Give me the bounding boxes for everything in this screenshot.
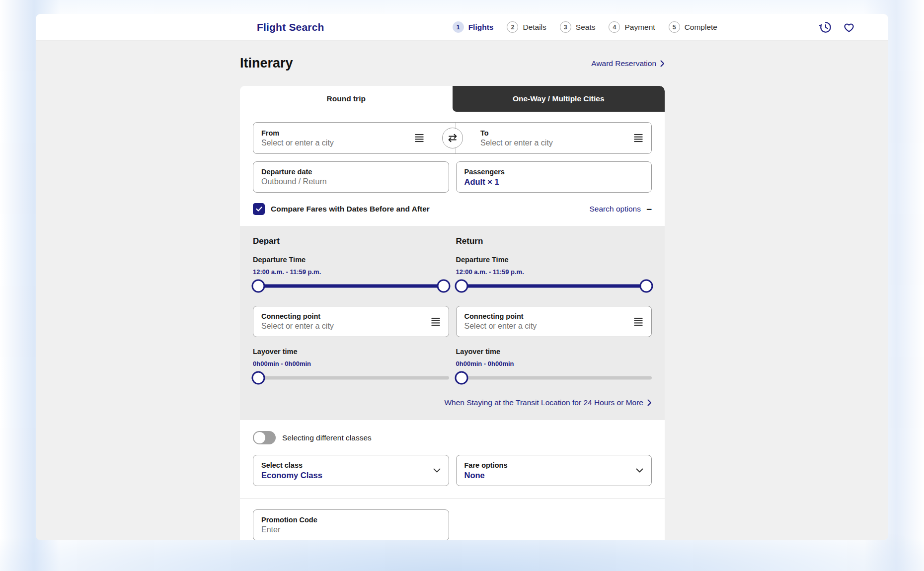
- slider-track[interactable]: [253, 376, 449, 380]
- list-icon: [633, 317, 643, 326]
- step-seats: 3 Seats: [560, 21, 596, 33]
- departure-time-range: 12:00 a.m. - 11:59 p.m.: [253, 268, 449, 276]
- connecting-point-label: Connecting point: [261, 312, 426, 320]
- to-field[interactable]: To Select or enter a city: [456, 123, 651, 153]
- step-number-badge: 5: [669, 21, 680, 33]
- tab-one-way-label: One-Way / Multiple Cities: [513, 94, 605, 103]
- different-classes-toggle[interactable]: [253, 431, 276, 444]
- search-options-toggle[interactable]: Search options −: [589, 205, 652, 214]
- step-label: Complete: [685, 23, 717, 32]
- promotion-code-label: Promotion Code: [261, 516, 441, 524]
- tab-one-way-multiple-cities[interactable]: One-Way / Multiple Cities: [453, 86, 665, 112]
- departure-time-label: Departure Time: [456, 256, 652, 264]
- slider-track[interactable]: [253, 285, 449, 288]
- search-options-section: Depart Departure Time 12:00 a.m. - 11:59…: [240, 226, 665, 420]
- promotion-code-field[interactable]: Promotion Code Enter: [253, 509, 449, 540]
- depart-heading: Depart: [253, 236, 449, 246]
- return-filters-column: Return Departure Time 12:00 a.m. - 11:59…: [456, 236, 652, 385]
- tab-round-trip[interactable]: Round trip: [240, 86, 453, 112]
- departure-date-placeholder: Outbound / Return: [261, 177, 441, 186]
- fare-options-dropdown[interactable]: Fare options None: [456, 455, 652, 486]
- progress-stepper: 1 Flights 2 Details 3 Seats 4 Payment 5 …: [453, 21, 717, 33]
- step-payment: 4 Payment: [609, 21, 655, 33]
- step-number-badge: 4: [609, 21, 620, 33]
- promotion-section: Promotion Code Enter: [240, 499, 665, 540]
- select-class-dropdown[interactable]: Select class Economy Class: [253, 455, 449, 486]
- slider-handle-min[interactable]: [252, 371, 265, 385]
- main-panel: Flight Search 1 Flights 2 Details 3 Seat…: [36, 14, 888, 540]
- select-class-value: Economy Class: [261, 471, 428, 480]
- departure-time-slider[interactable]: [253, 279, 449, 293]
- from-field[interactable]: From Select or enter a city: [253, 123, 456, 153]
- from-placeholder: Select or enter a city: [261, 139, 414, 147]
- departure-date-label: Departure date: [261, 168, 441, 176]
- slider-handle-max[interactable]: [437, 280, 450, 293]
- layover-time-slider[interactable]: [253, 371, 449, 385]
- header-actions: [819, 21, 855, 34]
- step-label: Flights: [468, 23, 494, 32]
- layover-time-label: Layover time: [456, 348, 652, 356]
- itinerary-card: Round trip One-Way / Multiple Cities Fro…: [240, 86, 665, 540]
- swap-cities-button[interactable]: [442, 128, 463, 148]
- transit-stay-label: When Staying at the Transit Location for…: [444, 398, 643, 407]
- toggle-knob: [254, 432, 265, 443]
- passengers-label: Passengers: [464, 168, 644, 176]
- departure-date-field[interactable]: Departure date Outbound / Return: [253, 161, 449, 193]
- award-reservation-label: Award Reservation: [591, 59, 656, 68]
- compare-fares-control: Compare Fares with Dates Before and Afte…: [253, 203, 430, 215]
- connecting-point-placeholder: Select or enter a city: [261, 322, 426, 331]
- fare-options-value: None: [464, 471, 631, 480]
- to-placeholder: Select or enter a city: [480, 139, 633, 147]
- return-heading: Return: [456, 236, 652, 246]
- trip-type-tabs: Round trip One-Way / Multiple Cities: [240, 86, 665, 112]
- class-section: Selecting different classes Select class…: [240, 420, 665, 498]
- step-number-badge: 3: [560, 21, 571, 33]
- select-class-label: Select class: [261, 461, 428, 469]
- depart-filters-column: Depart Departure Time 12:00 a.m. - 11:59…: [253, 236, 449, 385]
- tab-round-trip-label: Round trip: [327, 94, 366, 103]
- compare-fares-checkbox[interactable]: [253, 203, 265, 215]
- slider-handle-min[interactable]: [455, 280, 468, 293]
- chevron-right-icon: [660, 60, 665, 67]
- chevron-right-icon: [647, 399, 652, 406]
- layover-time-range: 0h00min - 0h00min: [253, 360, 449, 367]
- list-icon: [414, 134, 424, 143]
- step-complete: 5 Complete: [669, 21, 717, 33]
- to-label: To: [480, 129, 633, 137]
- transit-stay-link[interactable]: When Staying at the Transit Location for…: [444, 398, 652, 407]
- collapse-icon: −: [646, 205, 652, 214]
- history-icon[interactable]: [819, 21, 832, 34]
- heart-icon[interactable]: [843, 21, 855, 34]
- step-label: Seats: [576, 23, 596, 32]
- list-icon: [431, 317, 441, 326]
- departure-time-range: 12:00 a.m. - 11:59 p.m.: [456, 268, 652, 276]
- from-label: From: [261, 129, 414, 137]
- layover-time-range: 0h00min - 0h00min: [456, 360, 652, 367]
- connecting-point-field[interactable]: Connecting point Select or enter a city: [253, 306, 449, 337]
- step-number-badge: 1: [453, 21, 464, 33]
- slider-track[interactable]: [456, 285, 652, 288]
- from-to-field: From Select or enter a city: [253, 122, 652, 154]
- step-flights: 1 Flights: [453, 21, 494, 33]
- chevron-down-icon: [433, 468, 441, 473]
- check-icon: [256, 207, 262, 212]
- slider-handle-min[interactable]: [455, 371, 468, 385]
- step-number-badge: 2: [507, 21, 518, 33]
- slider-track[interactable]: [456, 376, 652, 380]
- list-icon: [633, 134, 643, 143]
- connecting-point-placeholder: Select or enter a city: [464, 322, 629, 331]
- layover-time-slider[interactable]: [456, 371, 652, 385]
- passengers-field[interactable]: Passengers Adult × 1: [456, 161, 652, 193]
- fare-options-label: Fare options: [464, 461, 631, 469]
- step-details: 2 Details: [507, 21, 546, 33]
- step-label: Payment: [624, 23, 655, 32]
- slider-handle-max[interactable]: [640, 280, 653, 293]
- departure-time-slider[interactable]: [456, 279, 652, 293]
- connecting-point-field[interactable]: Connecting point Select or enter a city: [456, 306, 652, 337]
- search-options-label: Search options: [589, 205, 640, 214]
- award-reservation-link[interactable]: Award Reservation: [591, 59, 665, 68]
- chevron-down-icon: [636, 468, 643, 473]
- slider-handle-min[interactable]: [252, 280, 265, 293]
- promotion-code-placeholder: Enter: [261, 525, 441, 534]
- swap-arrows-icon: [446, 132, 459, 144]
